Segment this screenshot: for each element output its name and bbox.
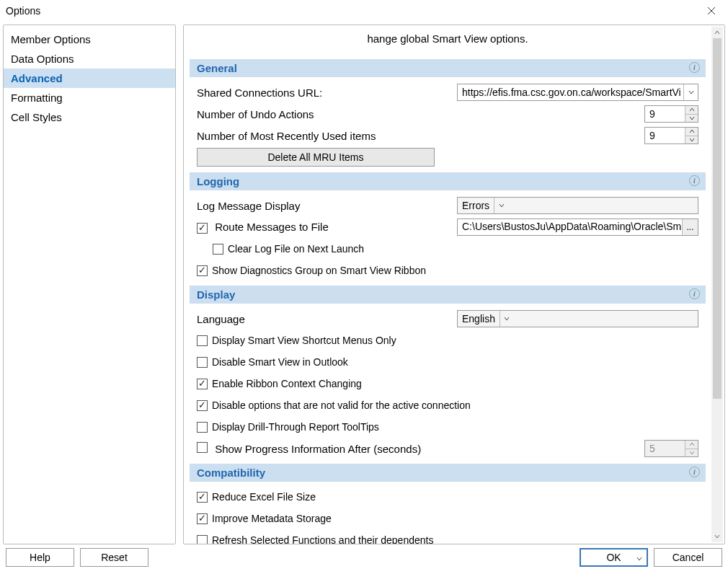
clear-log-checkbox[interactable]	[213, 244, 223, 255]
shortcut-menus-label: Display Smart View Shortcut Menus Only	[212, 335, 396, 346]
refresh-fn-checkbox[interactable]	[197, 535, 208, 544]
progress-checkbox[interactable]	[197, 442, 208, 453]
shared-url-value[interactable]: https://efis.fma.csc.gov.on.ca/workspace…	[458, 84, 683, 100]
mru-spinner[interactable]: 9	[644, 127, 698, 144]
section-body-logging: Log Message Display Errors Route Message…	[190, 190, 706, 286]
chevron-down-icon	[689, 115, 695, 121]
drill-tooltip-checkbox[interactable]	[197, 422, 208, 433]
improve-meta-checkbox[interactable]	[197, 513, 208, 524]
language-value: English	[458, 311, 500, 327]
show-diag-label: Show Diagnostics Group on Smart View Rib…	[212, 265, 426, 276]
content-scroll: hange global Smart View options. General…	[184, 25, 711, 544]
info-icon[interactable]: i	[689, 288, 700, 299]
progress-value: 5	[645, 441, 685, 456]
ok-label: OK	[606, 552, 621, 563]
progress-down	[685, 449, 698, 457]
label-log-display: Log Message Display	[197, 200, 457, 212]
undo-spinner[interactable]: 9	[644, 105, 698, 123]
cancel-button[interactable]: Cancel	[654, 548, 722, 567]
section-title-logging: Logging	[197, 175, 239, 187]
clear-log-label: Clear Log File on Next Launch	[228, 243, 364, 255]
label-undo: Number of Undo Actions	[197, 108, 644, 120]
shared-url-combo[interactable]: https://efis.fma.csc.gov.on.ca/workspace…	[457, 84, 698, 101]
log-display-value: Errors	[458, 198, 494, 213]
log-display-drop[interactable]	[494, 198, 508, 213]
ok-dropdown[interactable]	[636, 552, 642, 564]
route-file-path[interactable]: C:\Users\BustosJu\AppData\Roaming\Oracle…	[458, 219, 682, 235]
show-diag-checkbox[interactable]	[197, 265, 208, 276]
label-progress: Show Progress Information After (seconds…	[197, 442, 644, 455]
info-icon[interactable]: i	[689, 175, 700, 186]
label-route-file: Route Messages to File	[197, 221, 457, 234]
sidebar-item-formatting[interactable]: Formatting	[4, 88, 175, 107]
section-body-general: Shared Connections URL: https://efis.fma…	[190, 77, 706, 172]
scroll-track[interactable]	[711, 38, 723, 531]
chevron-down-icon	[636, 556, 642, 562]
chevron-up-icon	[689, 441, 695, 447]
section-title-general: General	[197, 62, 237, 74]
section-header-general: General i	[190, 59, 706, 77]
section-title-compat: Compatibility	[197, 467, 265, 479]
window-title: Options	[6, 5, 40, 17]
drill-tooltip-label: Display Drill-Through Report ToolTips	[212, 421, 379, 433]
shortcut-menus-checkbox[interactable]	[197, 335, 208, 346]
section-header-display: Display i	[190, 286, 706, 304]
shared-url-drop[interactable]	[683, 84, 698, 100]
sidebar-item-cell-styles[interactable]: Cell Styles	[4, 107, 175, 127]
disable-outlook-label: Disable Smart View in Outlook	[212, 356, 348, 368]
footer: Help Reset OK Cancel	[0, 544, 728, 570]
sidebar-item-member-options[interactable]: Member Options	[4, 30, 175, 49]
section-body-compat: Reduce Excel File Size Improve Metadata …	[190, 482, 706, 544]
chevron-down-icon	[499, 203, 505, 208]
mru-down[interactable]	[685, 136, 698, 144]
disable-invalid-label: Disable options that are not valid for t…	[212, 399, 471, 411]
reduce-size-checkbox[interactable]	[197, 492, 208, 503]
section-body-display: Language English Display Smart View Shor…	[190, 304, 706, 464]
improve-meta-label: Improve Metadata Storage	[212, 513, 332, 524]
help-button[interactable]: Help	[6, 548, 74, 567]
section-header-logging: Logging i	[190, 172, 706, 190]
scroll-down[interactable]	[711, 531, 723, 542]
delete-mru-button[interactable]: Delete All MRU Items	[197, 148, 435, 167]
undo-up[interactable]	[685, 106, 698, 115]
scrollbar[interactable]	[711, 27, 723, 542]
ok-button[interactable]: OK	[580, 548, 648, 567]
label-language: Language	[197, 313, 457, 325]
section-header-compat: Compatibility i	[190, 464, 706, 482]
close-button[interactable]	[701, 0, 722, 22]
log-display-combo[interactable]: Errors	[457, 197, 698, 214]
content-panel: hange global Smart View options. General…	[183, 25, 725, 544]
sidebar: Member Options Data Options Advanced For…	[3, 25, 176, 544]
mru-up[interactable]	[685, 128, 698, 136]
undo-value[interactable]: 9	[645, 106, 685, 122]
language-drop[interactable]	[500, 311, 514, 327]
chevron-up-icon	[714, 30, 720, 35]
ribbon-ctx-label: Enable Ribbon Context Changing	[212, 378, 362, 389]
titlebar: Options	[0, 0, 728, 22]
route-file-checkbox[interactable]	[197, 223, 208, 234]
scroll-thumb[interactable]	[713, 38, 722, 399]
chevron-down-icon	[714, 534, 720, 539]
route-file-text: Route Messages to File	[215, 221, 329, 233]
reduce-size-label: Reduce Excel File Size	[212, 491, 316, 503]
route-file-browse[interactable]: ...	[682, 219, 698, 235]
disable-invalid-checkbox[interactable]	[197, 400, 208, 411]
scroll-up[interactable]	[711, 27, 723, 38]
sidebar-item-data-options[interactable]: Data Options	[4, 49, 175, 69]
sidebar-item-advanced[interactable]: Advanced	[4, 69, 175, 88]
disable-outlook-checkbox[interactable]	[197, 357, 208, 368]
info-icon[interactable]: i	[689, 62, 700, 73]
undo-down[interactable]	[685, 115, 698, 123]
section-title-display: Display	[197, 288, 235, 301]
content-wrap: hange global Smart View options. General…	[183, 25, 725, 544]
mru-value[interactable]: 9	[645, 128, 685, 144]
chevron-down-icon	[504, 316, 510, 322]
reset-button[interactable]: Reset	[80, 548, 148, 567]
progress-up	[685, 441, 698, 449]
ribbon-ctx-checkbox[interactable]	[197, 379, 208, 389]
info-icon[interactable]: i	[689, 467, 700, 477]
chevron-up-icon	[689, 128, 695, 134]
chevron-down-icon	[689, 137, 695, 143]
language-combo[interactable]: English	[457, 310, 698, 327]
label-mru: Number of Most Recently Used items	[197, 130, 644, 142]
